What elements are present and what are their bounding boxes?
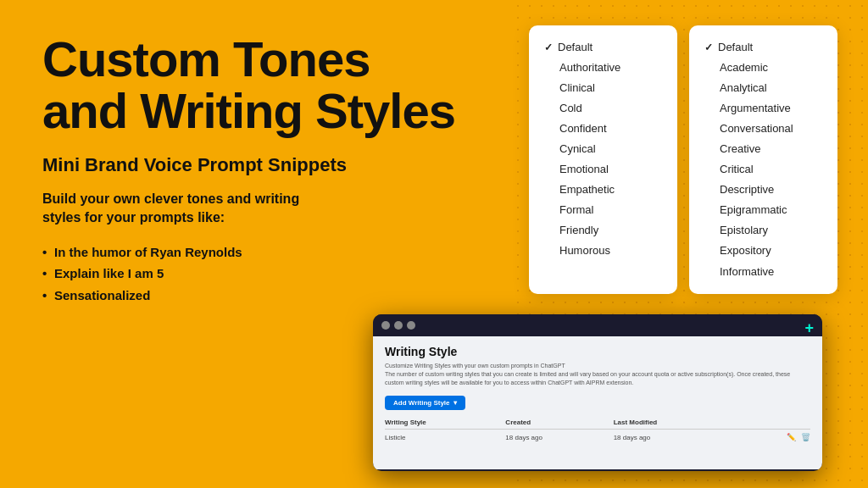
dropdown-panels: Default Authoritative Clinical Cold Conf… [529, 25, 860, 294]
row-writing-style: Listicle [385, 430, 505, 446]
bullet-list: In the humor of Ryan Reynolds Explain li… [42, 241, 492, 307]
subtitle: Mini Brand Voice Prompt Snippets [42, 154, 492, 176]
window-dot-1 [381, 321, 390, 330]
writing-style-description: Customize Writing Styles with your own c… [385, 362, 810, 386]
row-last-modified: 18 days ago [614, 430, 742, 446]
row-created: 18 days ago [505, 430, 613, 446]
row-actions[interactable]: ✏️ 🗑️ [741, 430, 810, 445]
page-title: Custom Tones and Writing Styles [42, 34, 492, 137]
edit-icon[interactable]: ✏️ [787, 433, 796, 441]
dropdown-item-creative[interactable]: Creative [704, 139, 822, 159]
dropdown-item-cold[interactable]: Cold [544, 98, 662, 119]
style-dropdown-right[interactable]: Default Academic Analytical Argumentativ… [689, 25, 837, 294]
screenshot-ui: + Writing Style Customize Writing Styles… [373, 314, 822, 471]
dropdown-item-descriptive[interactable]: Descriptive [704, 180, 822, 200]
screenshot-titlebar: + [373, 314, 822, 336]
col-header-last-modified: Last Modified [614, 419, 742, 430]
dropdown-item-formal[interactable]: Formal [544, 200, 662, 220]
col-header-actions [741, 419, 810, 430]
dropdown-item-clinical[interactable]: Clinical [544, 78, 662, 98]
dropdown-item-academic[interactable]: Academic [704, 58, 822, 78]
window-dot-2 [394, 321, 403, 330]
dropdown-item-default-r[interactable]: Default [704, 37, 822, 58]
col-header-writing-style: Writing Style [385, 419, 505, 430]
dropdown-item-epigrammatic[interactable]: Epigrammatic [704, 200, 822, 220]
delete-icon[interactable]: 🗑️ [801, 433, 810, 441]
dropdown-item-epistolary[interactable]: Epistolary [704, 220, 822, 241]
col-header-created: Created [505, 419, 613, 430]
dropdown-item-cynical[interactable]: Cynical [544, 139, 662, 159]
dropdown-item-analytical[interactable]: Analytical [704, 78, 822, 98]
dropdown-item-expository[interactable]: Expository [704, 241, 822, 261]
dropdown-item-default[interactable]: Default [544, 37, 662, 58]
plus-icon: + [804, 319, 814, 337]
writing-style-table: Writing Style Created Last Modified List… [385, 419, 810, 445]
dropdown-item-authoritative[interactable]: Authoritative [544, 58, 662, 78]
dropdown-item-critical[interactable]: Critical [704, 159, 822, 180]
dropdown-item-informative[interactable]: Informative [704, 262, 822, 282]
window-dot-3 [407, 321, 415, 330]
bullet-item-2: Explain like I am 5 [42, 263, 492, 285]
main-content: Custom Tones and Writing Styles Mini Bra… [0, 0, 868, 488]
dropdown-item-empathetic[interactable]: Empathetic [544, 180, 662, 200]
dropdown-item-humorous[interactable]: Humorous [544, 241, 662, 261]
screenshot-body: Writing Style Customize Writing Styles w… [373, 336, 822, 469]
dropdown-item-confident[interactable]: Confident [544, 119, 662, 139]
writing-style-title: Writing Style [385, 345, 810, 358]
dropdown-item-conversational[interactable]: Conversational [704, 119, 822, 139]
tone-dropdown-left[interactable]: Default Authoritative Clinical Cold Conf… [529, 25, 677, 294]
dropdown-item-friendly[interactable]: Friendly [544, 220, 662, 241]
dropdown-item-argumentative[interactable]: Argumentative [704, 98, 822, 119]
dropdown-item-emotional[interactable]: Emotional [544, 159, 662, 180]
add-writing-style-button[interactable]: Add Writing Style ▾ [385, 396, 465, 410]
table-row: Listicle 18 days ago 18 days ago ✏️ 🗑️ [385, 430, 810, 446]
bullet-item-3: Sensationalized [42, 285, 492, 307]
description: Build your own clever tones and writings… [42, 190, 492, 228]
bullet-item-1: In the humor of Ryan Reynolds [42, 241, 492, 263]
